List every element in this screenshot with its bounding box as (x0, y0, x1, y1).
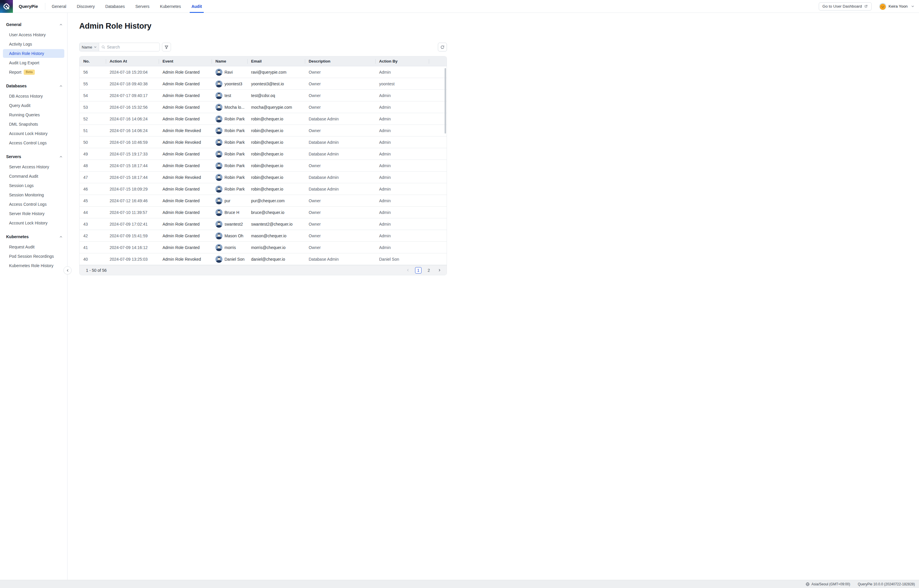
sidebar-item-report[interactable]: ReportBeta (3, 68, 64, 77)
cell-no: 56 (79, 66, 106, 78)
sidebar-item-access-control-logs[interactable]: Access Control Logs (3, 139, 64, 147)
nav-tab-databases[interactable]: Databases (105, 0, 125, 13)
user-name-text: pur (225, 199, 230, 203)
nav-tab-general[interactable]: General (52, 0, 66, 13)
cell-no: 52 (79, 113, 106, 124)
cell-extra (429, 254, 447, 265)
sidebar-item-running-queries[interactable]: Running Queries (3, 110, 64, 119)
admin-role-history-table: No.Action AtEventNameEmailDescriptionAct… (79, 56, 447, 275)
cell-action-at: 2024-07-09 17:02:41 (106, 218, 159, 230)
cell-name: Robin Park (212, 171, 247, 183)
table-row: 422024-07-09 15:41:59Admin Role GrantedM… (79, 230, 447, 242)
cell-description: Owner (305, 242, 375, 253)
cell-email: ravi@querypie.com (247, 66, 305, 78)
cell-no: 51 (79, 125, 106, 136)
column-header-email: Email (247, 57, 305, 66)
user-name-text: Robin Park (225, 152, 245, 156)
cell-name: Daniel Son (212, 254, 247, 265)
nav-tab-audit[interactable]: Audit (191, 0, 202, 13)
sidebar-collapse-button[interactable] (63, 266, 72, 275)
sidebar-section-servers[interactable]: Servers (3, 153, 64, 160)
table-row: 512024-07-16 14:06:24Admin Role RevokedR… (79, 125, 447, 136)
cell-description: Owner (305, 230, 375, 241)
page-button-1[interactable]: 1 (415, 267, 422, 273)
sidebar-item-session-monitoring[interactable]: Session Monitoring (3, 191, 64, 199)
sidebar-item-server-role-history[interactable]: Server Role History (3, 209, 64, 218)
nav-tab-discovery[interactable]: Discovery (77, 0, 95, 13)
sidebar-item-user-access-history[interactable]: User Access History (3, 31, 64, 39)
sidebar-item-label: Session Monitoring (9, 192, 44, 197)
cell-email: robin@chequer.io (247, 183, 305, 195)
sidebar-item-label: DML Snapshots (9, 122, 38, 126)
table-row: 432024-07-09 17:02:41Admin Role Granteds… (79, 218, 447, 230)
user-name-text: Robin Park (225, 175, 245, 180)
cell-extra (429, 66, 447, 78)
cell-event: Admin Role Granted (159, 148, 212, 160)
cell-action-at: 2024-07-16 14:06:24 (106, 125, 159, 136)
sidebar-item-account-lock-history[interactable]: Account Lock History (3, 129, 64, 138)
sidebar-item-kubernetes-role-history[interactable]: Kubernetes Role History (3, 261, 64, 270)
filter-button[interactable] (162, 43, 171, 52)
sidebar-section-databases[interactable]: Databases (3, 82, 64, 89)
search-field-selector[interactable]: Name (79, 43, 99, 51)
cell-action-by: Admin (375, 125, 429, 136)
sidebar-section-kubernetes[interactable]: Kubernetes (3, 233, 64, 240)
chevron-left-icon (66, 269, 69, 272)
sidebar-item-pod-session-recordings[interactable]: Pod Session Recordings (3, 252, 64, 261)
table-row: 542024-07-17 09:40:17Admin Role Grantedt… (79, 90, 447, 102)
user-avatar (215, 139, 223, 146)
cell-extra (429, 242, 447, 253)
sidebar-item-label: Query Audit (9, 103, 31, 108)
cell-description: Database Admin (305, 113, 375, 124)
sidebar-item-label: Report (9, 70, 21, 74)
cell-no: 48 (79, 160, 106, 171)
cell-extra (429, 148, 447, 160)
cell-action-by: Admin (375, 160, 429, 171)
sidebar-item-activity-logs[interactable]: Activity Logs (3, 40, 64, 48)
cell-extra (429, 218, 447, 230)
sidebar-item-account-lock-history[interactable]: Account Lock History (3, 219, 64, 227)
sidebar-item-admin-role-history[interactable]: Admin Role History (3, 49, 64, 58)
chevron-down-icon (94, 45, 97, 48)
nav-tab-servers[interactable]: Servers (135, 0, 149, 13)
sidebar-section-general[interactable]: General (3, 21, 64, 28)
nav-tab-kubernetes[interactable]: Kubernetes (160, 0, 181, 13)
sidebar-section-title: Servers (6, 154, 21, 159)
sidebar-item-dml-snapshots[interactable]: DML Snapshots (3, 120, 64, 129)
sidebar-item-access-control-logs[interactable]: Access Control Logs (3, 200, 64, 209)
cell-no: 55 (79, 78, 106, 89)
page-button-2[interactable]: 2 (426, 267, 432, 273)
sidebar-item-audit-log-export[interactable]: Audit Log Export (3, 58, 64, 67)
next-page-button[interactable] (436, 267, 443, 273)
table-row: 492024-07-15 19:17:33Admin Role GrantedR… (79, 148, 447, 160)
cell-name: Bruce H (212, 207, 247, 218)
user-avatar (215, 69, 223, 76)
cell-event: Admin Role Granted (159, 183, 212, 195)
previous-page-button[interactable] (405, 267, 411, 273)
cell-name: swantest2 (212, 218, 247, 230)
querypie-logo[interactable] (0, 0, 13, 13)
refresh-button[interactable] (438, 43, 447, 52)
chevron-up-icon (59, 235, 63, 239)
cell-name: yoontest3 (212, 78, 247, 89)
cell-description: Owner (305, 78, 375, 89)
user-name-text: morris (225, 245, 236, 250)
cell-action-by: Admin (375, 218, 429, 230)
sidebar-item-db-access-history[interactable]: DB Access History (3, 92, 64, 100)
sidebar: GeneralUser Access HistoryActivity LogsA… (0, 13, 68, 294)
chevron-up-icon (59, 84, 63, 88)
sidebar-item-label: Audit Log Export (9, 60, 39, 65)
table-row: 562024-07-18 15:20:04Admin Role GrantedR… (79, 66, 447, 78)
sidebar-item-request-audit[interactable]: Request Audit (3, 242, 64, 251)
cell-action-by: Admin (375, 230, 429, 241)
search-input[interactable] (107, 45, 157, 49)
cell-description: Database Admin (305, 183, 375, 195)
cell-action-by: Admin (375, 66, 429, 78)
cell-extra (429, 90, 447, 101)
vertical-scrollbar[interactable] (444, 68, 446, 134)
sidebar-item-query-audit[interactable]: Query Audit (3, 101, 64, 110)
sidebar-item-server-access-history[interactable]: Server Access History (3, 163, 64, 171)
cell-name: Ravi (212, 66, 247, 78)
sidebar-item-session-logs[interactable]: Session Logs (3, 181, 64, 190)
sidebar-item-command-audit[interactable]: Command Audit (3, 172, 64, 181)
